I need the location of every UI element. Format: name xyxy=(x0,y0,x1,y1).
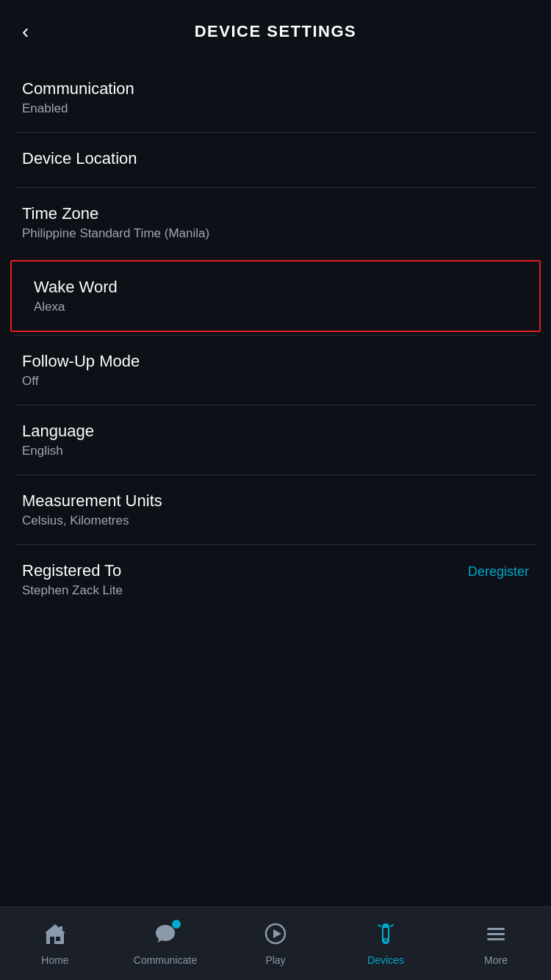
wake-word-label: Wake Word xyxy=(34,278,517,297)
nav-home[interactable]: Home xyxy=(18,922,92,966)
setting-measurement-units[interactable]: Measurement Units Celsius, Kilometres xyxy=(0,475,551,544)
header: ‹ DEVICE SETTINGS xyxy=(0,0,551,56)
follow-up-mode-label: Follow-Up Mode xyxy=(22,352,529,371)
play-icon xyxy=(264,922,287,951)
setting-registered-to[interactable]: Registered To Stephen Zack Lite Deregist… xyxy=(0,545,551,605)
time-zone-label: Time Zone xyxy=(22,204,529,223)
device-location-label: Device Location xyxy=(22,149,529,168)
nav-communicate[interactable]: Communicate xyxy=(129,922,202,966)
more-icon xyxy=(484,922,508,951)
communicate-icon xyxy=(154,922,177,951)
nav-play[interactable]: Play xyxy=(239,922,312,966)
back-button[interactable]: ‹ xyxy=(22,21,29,42)
page-title: DEVICE SETTINGS xyxy=(195,22,357,41)
wake-word-value: Alexa xyxy=(34,300,517,314)
svg-rect-1 xyxy=(50,937,54,944)
nav-more[interactable]: More xyxy=(459,922,533,966)
bottom-nav: Home Communicate Play xyxy=(0,907,551,980)
setting-time-zone[interactable]: Time Zone Philippine Standard Time (Mani… xyxy=(0,188,551,257)
svg-rect-7 xyxy=(383,928,388,938)
setting-language[interactable]: Language English xyxy=(0,406,551,475)
registered-to-value: Stephen Zack Lite xyxy=(22,583,123,598)
communication-value: Enabled xyxy=(22,101,529,116)
devices-icon xyxy=(374,922,397,951)
measurement-units-label: Measurement Units xyxy=(22,491,529,511)
svg-rect-2 xyxy=(56,937,60,941)
home-icon xyxy=(43,922,67,951)
setting-wake-word[interactable]: Wake Word Alexa xyxy=(10,260,541,332)
svg-rect-9 xyxy=(487,928,505,930)
more-label: More xyxy=(484,954,508,966)
measurement-units-value: Celsius, Kilometres xyxy=(22,514,529,528)
registered-to-label: Registered To xyxy=(22,561,123,580)
time-zone-value: Philippine Standard Time (Manila) xyxy=(22,226,529,241)
communication-label: Communication xyxy=(22,79,529,98)
communicate-label: Communicate xyxy=(134,954,197,966)
nav-devices[interactable]: Devices xyxy=(349,922,422,966)
play-label: Play xyxy=(265,954,285,966)
settings-list: Communication Enabled Device Location Ti… xyxy=(0,56,551,613)
language-label: Language xyxy=(22,422,529,441)
svg-rect-0 xyxy=(46,932,64,944)
svg-point-8 xyxy=(385,939,387,941)
svg-rect-10 xyxy=(487,933,505,935)
communicate-badge xyxy=(172,920,181,929)
setting-communication[interactable]: Communication Enabled xyxy=(0,63,551,132)
svg-rect-11 xyxy=(487,938,505,940)
setting-follow-up-mode[interactable]: Follow-Up Mode Off xyxy=(0,336,551,405)
svg-marker-6 xyxy=(273,929,281,938)
language-value: English xyxy=(22,444,529,458)
setting-device-location[interactable]: Device Location xyxy=(0,133,551,187)
home-label: Home xyxy=(41,954,68,966)
follow-up-mode-value: Off xyxy=(22,374,529,389)
devices-label: Devices xyxy=(367,954,404,966)
deregister-button[interactable]: Deregister xyxy=(468,564,529,580)
svg-rect-4 xyxy=(60,926,62,931)
registered-left: Registered To Stephen Zack Lite xyxy=(22,561,123,598)
